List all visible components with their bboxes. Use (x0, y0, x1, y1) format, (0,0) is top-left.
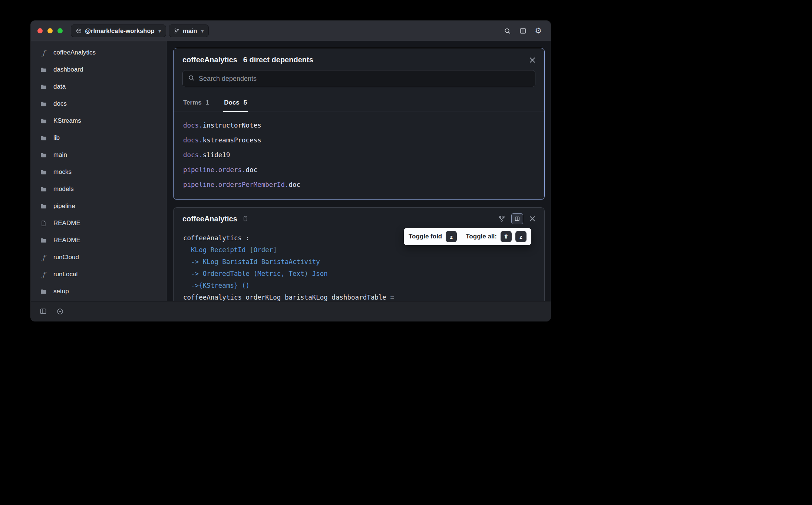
sidebar: ƒcoffeeAnalyticsdashboarddatadocsKStream… (31, 41, 167, 301)
sidebar-item-label: README (53, 220, 80, 227)
namespace-prefix: docs. (183, 136, 203, 144)
close-window-button[interactable] (37, 28, 43, 33)
project-icon (76, 28, 82, 34)
toggle-sidebar-icon[interactable] (38, 307, 48, 316)
sidebar-item-models[interactable]: models (31, 181, 167, 198)
sidebar-item-label: pipeline (53, 202, 75, 210)
definition-card-header: coffeeAnalytics (174, 208, 544, 228)
chevron-down-icon: ▾ (159, 28, 161, 34)
sidebar-item-label: dashboard (53, 66, 83, 73)
sidebar-item-label: lib (53, 134, 60, 142)
keyboard-shortcut-tooltip: Toggle fold z Toggle all: ⇧ z (404, 228, 531, 245)
term-icon: ƒ (40, 271, 47, 278)
definition-name: doc (288, 181, 300, 188)
minimize-window-button[interactable] (47, 28, 53, 33)
namespace-prefix: pipeline.orders. (183, 166, 246, 174)
dependents-search-input[interactable] (199, 75, 530, 83)
sidebar-item-label: README (53, 237, 80, 244)
search-icon (188, 75, 195, 83)
code-line: ->{KStreams} () (183, 280, 535, 291)
sidebar-item-label: data (53, 83, 66, 90)
sidebar-item-runcloud[interactable]: ƒrunCloud (31, 249, 167, 266)
folder-icon (40, 288, 47, 295)
copy-icon[interactable] (242, 216, 248, 222)
folder-icon (40, 169, 47, 176)
term-icon: ƒ (40, 49, 47, 57)
sidebar-item-main[interactable]: main (31, 146, 167, 164)
dependent-item[interactable]: docs.kstreamsProcess (174, 133, 544, 148)
definition-name: instructorNotes (203, 122, 261, 129)
sidebar-item-lib[interactable]: lib (31, 129, 167, 146)
tab-terms[interactable]: Terms 1 (182, 95, 210, 112)
branch-selector[interactable]: main ▾ (169, 24, 209, 37)
key-z: z (515, 231, 527, 242)
folder-icon (40, 135, 47, 142)
fork-icon[interactable] (498, 215, 505, 222)
sidebar-item-label: mocks (53, 168, 72, 176)
code-line: KLog ReceiptId [Order] (183, 244, 535, 256)
dependent-item[interactable]: docs.slide19 (174, 148, 544, 162)
folder-icon (40, 118, 47, 125)
sidebar-item-label: coffeeAnalytics (53, 49, 96, 56)
sidebar-item-label: runCloud (53, 254, 79, 261)
sidebar-item-runlocal[interactable]: ƒrunLocal (31, 266, 167, 283)
folder-icon (40, 66, 47, 73)
definition-card: coffeeAnalytics (173, 207, 545, 301)
dependent-item[interactable]: pipeline.ordersPerMemberId.doc (174, 177, 544, 192)
sidebar-item-kstreams[interactable]: KStreams (31, 112, 167, 129)
dependent-item[interactable]: docs.instructorNotes (174, 118, 544, 133)
dependents-count-label: 6 direct dependents (243, 56, 313, 64)
workspace-panel: coffeeAnalytics 6 direct dependents Term… (167, 41, 551, 301)
dependent-item[interactable]: pipeline.orders.doc (174, 162, 544, 177)
dock-panel-icon[interactable] (511, 213, 523, 224)
dependents-card-title: coffeeAnalytics (182, 56, 237, 64)
split-view-icon[interactable] (517, 25, 528, 36)
statusbar (31, 301, 551, 321)
dependents-list: docs.instructorNotesdocs.kstreamsProcess… (174, 112, 544, 199)
sidebar-item-coffeeanalytics[interactable]: ƒcoffeeAnalytics (31, 44, 167, 61)
toggle-fold-label: Toggle fold (409, 233, 442, 240)
branch-icon (174, 28, 179, 34)
namespace-prefix: docs. (183, 151, 203, 159)
zoom-window-button[interactable] (57, 28, 63, 33)
folder-icon (40, 152, 47, 159)
folder-icon (40, 100, 47, 108)
code-line: -> OrderedTable (Metric, Text) Json (183, 268, 535, 280)
target-icon[interactable] (55, 307, 65, 316)
chevron-down-icon: ▾ (201, 28, 204, 34)
dependents-card: coffeeAnalytics 6 direct dependents Term… (173, 48, 545, 200)
code-line: -> KLog BaristaId BaristaActivity (183, 256, 535, 268)
dependents-card-header: coffeeAnalytics 6 direct dependents (174, 48, 544, 69)
close-icon[interactable] (529, 216, 535, 222)
sidebar-item-readme[interactable]: README (31, 232, 167, 249)
term-icon: ƒ (40, 254, 47, 261)
project-name: @rlmark/cafe-workshop (85, 27, 155, 34)
sidebar-item-label: runLocal (53, 271, 77, 278)
sidebar-item-setup[interactable]: setup (31, 283, 167, 300)
app-window: @rlmark/cafe-workshop ▾ main ▾ ⚙ ƒcoffee… (30, 20, 551, 321)
sidebar-item-dashboard[interactable]: dashboard (31, 61, 167, 78)
titlebar: @rlmark/cafe-workshop ▾ main ▾ ⚙ (31, 21, 551, 41)
definition-card-title: coffeeAnalytics (182, 215, 237, 223)
code-line: coffeeAnalytics orderKLog baristaKLog da… (183, 291, 535, 301)
gear-icon[interactable]: ⚙ (533, 25, 544, 36)
sidebar-item-pipeline[interactable]: pipeline (31, 198, 167, 215)
folder-icon (40, 237, 47, 244)
namespace-prefix: pipeline.ordersPerMemberId. (183, 181, 288, 188)
close-icon[interactable] (529, 57, 535, 63)
sidebar-item-mocks[interactable]: mocks (31, 164, 167, 181)
definition-name: kstreamsProcess (203, 136, 261, 144)
search-icon[interactable] (502, 25, 513, 36)
sidebar-item-readme[interactable]: README (31, 215, 167, 232)
sidebar-item-label: docs (53, 100, 67, 108)
definition-name: doc (246, 166, 258, 174)
project-selector[interactable]: @rlmark/cafe-workshop ▾ (71, 24, 166, 37)
sidebar-item-label: setup (53, 288, 69, 295)
sidebar-item-label: KStreams (53, 117, 81, 125)
sidebar-item-docs[interactable]: docs (31, 95, 167, 112)
sidebar-item-data[interactable]: data (31, 78, 167, 95)
key-z: z (446, 231, 457, 242)
folder-icon (40, 83, 47, 90)
window-controls (37, 28, 63, 33)
tab-docs[interactable]: Docs 5 (223, 95, 248, 112)
